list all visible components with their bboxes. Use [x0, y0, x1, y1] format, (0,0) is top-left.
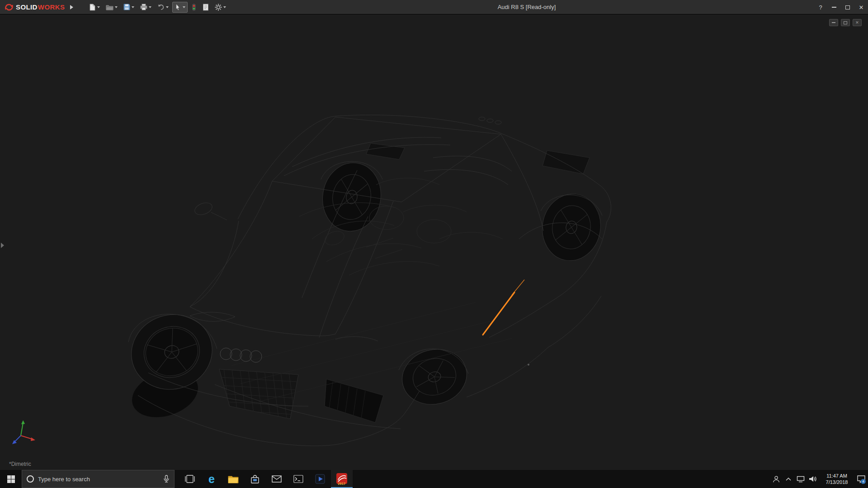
print-icon: [140, 4, 147, 10]
options-button[interactable]: [212, 2, 228, 13]
orientation-triad: [10, 418, 38, 446]
dropdown-caret[interactable]: [183, 6, 185, 8]
notification-badge: 4: [861, 479, 866, 484]
car-wireframe: [122, 103, 619, 460]
speaker-icon: [809, 475, 817, 483]
close-button[interactable]: ✕: [854, 0, 868, 14]
microphone-icon[interactable]: [163, 475, 170, 483]
cortana-icon: [27, 475, 34, 483]
document-window-controls: ✕: [829, 19, 862, 26]
rebuild-traffic-light-icon: [191, 4, 197, 11]
task-view-icon: [185, 475, 195, 483]
help-button[interactable]: ?: [814, 0, 827, 14]
gear-icon: [215, 4, 222, 11]
mail-envelope-icon: [272, 475, 282, 483]
dropdown-caret[interactable]: [115, 6, 118, 8]
print-button[interactable]: [138, 2, 154, 12]
command-prompt-icon: [293, 475, 303, 483]
view-orientation-label: *Dimetric: [9, 461, 31, 467]
titlebar: SOLID WORKS: [0, 0, 868, 14]
people-button[interactable]: [770, 470, 782, 488]
quick-toolbar: [87, 2, 228, 13]
file-properties-button[interactable]: [200, 2, 211, 13]
dropdown-caret[interactable]: [166, 6, 169, 8]
new-document-button[interactable]: [87, 2, 102, 13]
edge-button[interactable]: e: [201, 470, 222, 488]
taskbar-clock[interactable]: 11:47 AM 7/13/2018: [819, 473, 855, 485]
store-bag-icon: [250, 474, 260, 484]
brand-solid: SOLID: [16, 3, 38, 11]
windows-taskbar: e: [0, 470, 868, 488]
save-button[interactable]: [121, 2, 137, 12]
select-cursor-icon: [175, 4, 181, 11]
task-view-button[interactable]: [179, 470, 201, 488]
wheel-front-right: [396, 342, 473, 411]
maximize-button[interactable]: [841, 0, 854, 14]
brand-works: WORKS: [38, 3, 65, 11]
action-center-button[interactable]: 4: [855, 470, 867, 488]
undo-button[interactable]: [155, 2, 171, 12]
doc-minimize-icon: [832, 22, 835, 23]
file-explorer-icon: [228, 475, 239, 483]
file-explorer-button[interactable]: [222, 470, 244, 488]
windows-logo-icon: [7, 475, 15, 483]
network-icon: [797, 476, 805, 483]
dropdown-caret[interactable]: [132, 6, 134, 8]
undo-icon: [157, 4, 165, 10]
volume-button[interactable]: [807, 470, 819, 488]
show-hidden-icons-button[interactable]: [782, 470, 794, 488]
open-folder-icon: [106, 4, 113, 10]
clock-time: 11:47 AM: [819, 473, 855, 479]
chevron-up-icon: [785, 477, 792, 481]
audi-rings: [220, 348, 262, 362]
stray-vertex-dot: [528, 364, 529, 366]
media-app-button[interactable]: [309, 470, 331, 488]
minimize-icon: [832, 7, 836, 8]
network-button[interactable]: [794, 470, 807, 488]
dassault-logo-icon: [5, 3, 14, 11]
featuremanager-flyout-arrow[interactable]: [1, 243, 4, 248]
edge-icon: e: [208, 474, 215, 485]
mail-button[interactable]: [266, 470, 288, 488]
solidworks-brand: SOLID WORKS: [0, 0, 68, 14]
taskbar-search[interactable]: [22, 470, 175, 488]
new-document-icon: [89, 4, 96, 11]
wheel-rear-right: [537, 189, 606, 265]
minimize-button[interactable]: [827, 0, 841, 14]
search-input[interactable]: [38, 476, 159, 483]
media-app-icon: [315, 474, 325, 484]
rebuild-button[interactable]: [189, 2, 199, 13]
file-properties-icon: [203, 4, 209, 11]
system-tray: 11:47 AM 7/13/2018 4: [770, 470, 867, 488]
doc-close-button[interactable]: ✕: [853, 19, 862, 26]
window-title: Audi R8 S [Read-only]: [498, 0, 556, 14]
dropdown-caret[interactable]: [97, 6, 100, 8]
window-controls: ? ✕: [814, 0, 868, 14]
dropdown-caret[interactable]: [149, 6, 151, 8]
solidworks-app-button[interactable]: 2017: [331, 470, 353, 488]
select-tool-button[interactable]: [172, 2, 188, 13]
command-prompt-button[interactable]: [288, 470, 309, 488]
graphics-viewport[interactable]: ✕ *Dimetric: [0, 14, 868, 470]
taskbar-apps: e: [179, 470, 353, 488]
doc-restore-button[interactable]: [841, 19, 850, 26]
menu-flyout-icon[interactable]: [70, 5, 73, 9]
doc-restore-icon: [844, 21, 847, 24]
solidworks-desktop: { "titlebar": { "brand": { "solid": "SOL…: [0, 0, 868, 488]
store-button[interactable]: [244, 470, 266, 488]
start-button[interactable]: [0, 470, 22, 488]
dropdown-caret[interactable]: [223, 6, 226, 8]
save-icon: [123, 4, 130, 10]
wheel-front-left: [122, 304, 222, 400]
maximize-icon: [845, 5, 850, 9]
open-document-button[interactable]: [104, 2, 120, 12]
solidworks-version-badge: 2017: [338, 482, 346, 485]
people-icon: [772, 475, 780, 483]
clock-date: 7/13/2018: [819, 479, 855, 485]
doc-minimize-button[interactable]: [829, 19, 838, 26]
selected-edge[interactable]: [483, 280, 524, 335]
